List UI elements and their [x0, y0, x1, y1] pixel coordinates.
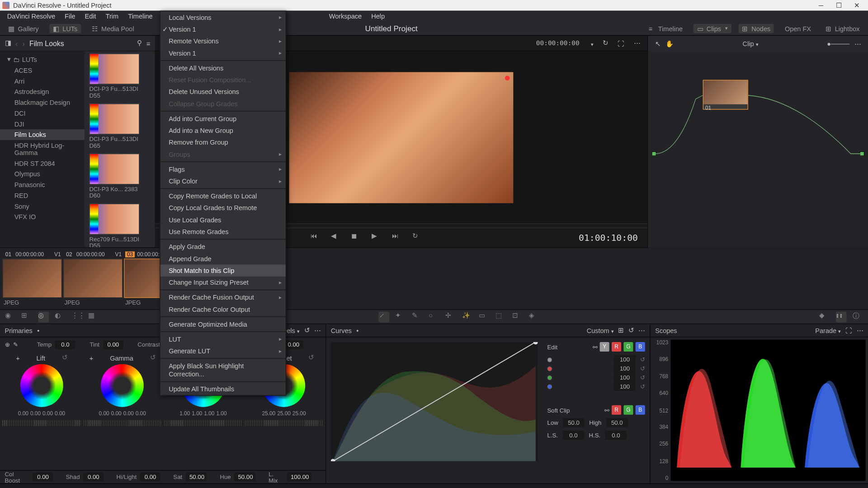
tree-item[interactable]: Sony [0, 201, 85, 211]
tree-item[interactable]: VFX IO [0, 211, 85, 222]
context-menu-item[interactable]: Remove from Group [160, 136, 286, 148]
clips-button[interactable]: ▭Clips [693, 23, 731, 33]
nodes-mode[interactable]: Clip [743, 40, 758, 47]
expand-icon[interactable]: ⛶ [618, 40, 624, 47]
softclip-link-icon[interactable]: ⚯ [604, 407, 609, 413]
wheel-master-slider[interactable] [164, 420, 242, 426]
tree-item[interactable]: HDR Hybrid Log-Gamma [0, 140, 85, 158]
context-menu-item[interactable]: Render Cache Fusion Output [160, 291, 286, 303]
adj-value[interactable]: 0.00 [140, 473, 160, 482]
spline-dot[interactable] [547, 357, 552, 362]
spline-value[interactable]: 100 [614, 382, 635, 391]
context-menu-item[interactable]: Remote Versions [160, 35, 286, 47]
spline-value[interactable]: 100 [614, 373, 635, 382]
window-icon[interactable]: ○ [429, 311, 439, 322]
info-icon[interactable]: ⓘ [853, 311, 863, 322]
tint-value[interactable]: 0.00 [103, 340, 123, 349]
adj-value[interactable]: 100.00 [287, 473, 311, 482]
luts-search-icon[interactable]: ⚲ [137, 39, 142, 47]
spline-dot[interactable] [547, 375, 552, 380]
magic-mask-icon[interactable]: ✨ [462, 311, 473, 322]
curves-menu-icon[interactable]: ⋯ [638, 327, 645, 334]
curves-icon[interactable]: ⟋ [378, 311, 389, 322]
nodes-menu-icon[interactable]: ⋯ [854, 40, 861, 47]
spline-value[interactable]: 100 [614, 364, 635, 373]
nav-fwd-icon[interactable]: › [23, 40, 25, 47]
luts-sort-icon[interactable]: ≡ [146, 40, 150, 47]
context-menu-item[interactable]: Apply Grade [160, 241, 286, 253]
warper-icon[interactable]: ✦ [395, 311, 406, 322]
node-output[interactable] [860, 151, 865, 156]
wheel-values[interactable]: 25.0025.0025.00 [262, 411, 306, 417]
edit-r-button[interactable]: R [612, 342, 621, 352]
wheel-master-slider[interactable] [245, 420, 323, 426]
curves-reset-icon[interactable]: ↺ [628, 327, 634, 334]
maximize-button[interactable]: ☐ [830, 0, 848, 11]
wheel-picker-icon[interactable]: + [90, 354, 93, 361]
context-menu-item[interactable]: Generate LUT [160, 345, 286, 357]
playhead-timecode[interactable]: 01:00:10:00 [579, 232, 638, 243]
color-wheel[interactable] [20, 364, 63, 407]
loop-button[interactable]: ↻ [412, 232, 423, 243]
high-value[interactable]: 50.0 [606, 418, 627, 427]
tree-root[interactable]: ▾🗀LUTs [0, 54, 85, 65]
primaries-menu-icon[interactable]: ⋯ [314, 327, 321, 334]
viewer-timecode[interactable]: 00:00:00:00 [536, 39, 580, 47]
pick-white-icon[interactable]: ✎ [13, 341, 18, 348]
context-menu-item[interactable]: Add into Current Group [160, 113, 286, 124]
primaries-icon[interactable]: ◎ [38, 311, 49, 322]
context-menu-item[interactable]: Copy Local Grades to Remote [160, 202, 286, 214]
context-menu-item[interactable]: Delete Unused Versions [160, 86, 286, 98]
spline-reset-icon[interactable]: ↺ [640, 365, 645, 372]
context-menu-item[interactable]: Use Local Grades [160, 214, 286, 225]
wheel-picker-icon[interactable]: + [16, 354, 19, 361]
tree-item[interactable]: Olympus [0, 169, 85, 179]
scopes-menu-icon[interactable]: ⋯ [857, 327, 863, 334]
deliver-page-button[interactable]: 🚀 [524, 486, 545, 488]
spline-dot[interactable] [547, 366, 552, 371]
qualifier-icon[interactable]: ✎ [412, 311, 423, 322]
lut-thumb[interactable]: Rec709 Fu...513DI D55 [90, 204, 151, 247]
mediapool-button[interactable]: ☷Media Pool [88, 23, 138, 33]
tc-dropdown[interactable] [589, 40, 593, 47]
wheel-values[interactable]: 0.000.000.000.00 [99, 411, 146, 417]
node-input[interactable] [651, 151, 656, 156]
menu-edit[interactable]: Edit [80, 13, 101, 20]
tree-item[interactable]: ACES [0, 65, 85, 76]
scopes-expand-icon[interactable]: ⛶ [845, 327, 852, 334]
auto-balance-icon[interactable]: ⊕ [5, 341, 10, 348]
tree-item[interactable]: HDR ST 2084 [0, 158, 85, 169]
nodes-button[interactable]: ⊞Nodes [738, 23, 774, 33]
wheel-values[interactable]: 0.000.000.000.00 [18, 411, 65, 417]
spline-reset-icon[interactable]: ↺ [640, 383, 645, 390]
viewer-menu-icon[interactable]: ⋯ [634, 39, 641, 47]
minimize-button[interactable]: ─ [812, 0, 830, 11]
wheel-values[interactable]: 1.001.001.001.00 [179, 411, 226, 417]
motion-icon[interactable]: ▦ [88, 311, 99, 322]
spline-reset-icon[interactable]: ↺ [640, 357, 645, 363]
hand-tool-icon[interactable]: ✋ [665, 40, 674, 47]
context-menu-item[interactable]: Local Versions [160, 11, 286, 23]
goto-start-button[interactable]: ⏮ [311, 232, 321, 243]
context-menu-item[interactable]: Append Grade [160, 253, 286, 264]
menu-timeline[interactable]: Timeline [123, 13, 157, 20]
edit-b-button[interactable]: B [636, 342, 645, 352]
spline-dot[interactable] [547, 384, 552, 389]
context-menu-item[interactable]: Delete All Versions [160, 62, 286, 74]
color-wheel[interactable] [101, 364, 144, 407]
menu-trim[interactable]: Trim [101, 13, 123, 20]
tree-item[interactable]: DCI [0, 108, 85, 119]
step-back-button[interactable]: ◀ [331, 232, 342, 243]
menu-workspace[interactable]: Workspace [324, 13, 366, 20]
adj-value[interactable]: 50.00 [235, 473, 256, 482]
context-menu-item[interactable]: Generate Optimized Media [160, 318, 286, 330]
adj-value[interactable]: 0.00 [33, 473, 53, 482]
menu-help[interactable]: Help [367, 13, 390, 20]
link-icon[interactable]: ⚯ [593, 343, 598, 350]
sizing-icon[interactable]: ⊡ [512, 311, 523, 322]
middetail-value[interactable]: 0.00 [283, 340, 304, 349]
nodes-canvas[interactable]: 01 [648, 51, 868, 248]
wheel-reset-icon[interactable]: ↺ [308, 354, 314, 361]
camera-raw-icon[interactable]: ◉ [5, 311, 16, 322]
timeline-button[interactable]: ≡Timeline [645, 23, 686, 33]
